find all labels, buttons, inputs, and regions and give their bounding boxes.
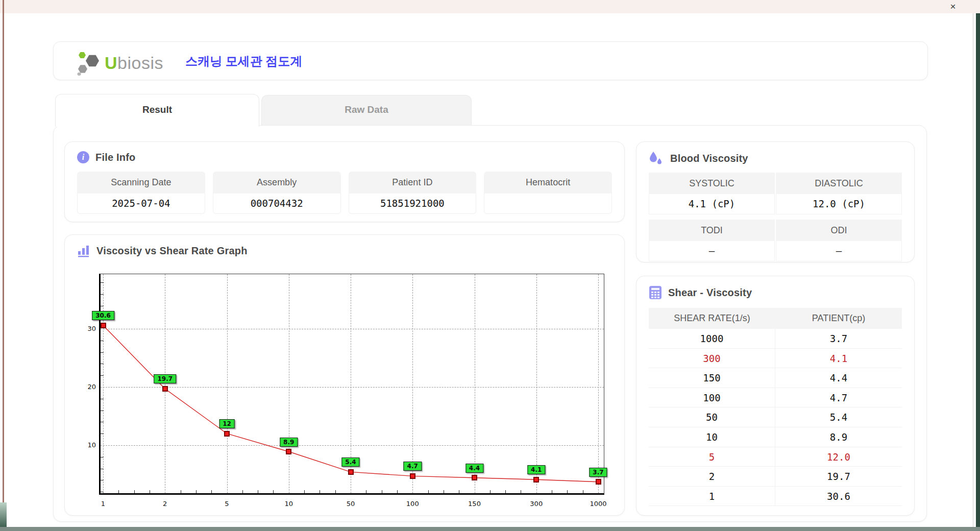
cell-patient-viscosity: 4.7 [775, 388, 902, 408]
x-tick-label: 1 [101, 500, 105, 508]
cell-patient-viscosity: 3.7 [775, 329, 902, 349]
data-point-marker [286, 449, 291, 454]
data-point-label: 4.4 [465, 464, 483, 473]
table-row: 108.9 [649, 427, 902, 447]
table-row: 219.7 [649, 467, 902, 487]
bv-label-todi: TODI [649, 220, 775, 241]
cell-shear-rate: 2 [649, 467, 775, 487]
bv-label-systolic: SYSTOLIC [649, 173, 775, 194]
cell-shear-rate: 150 [649, 368, 775, 388]
table-row: 1004.7 [649, 388, 902, 408]
plot-outer: 1251050100150300100010203030.619.7128.95… [99, 274, 604, 495]
field-value: 51851921000 [349, 194, 477, 214]
y-tick-label: 10 [80, 441, 96, 449]
data-point-marker [596, 479, 601, 485]
shear-table-body: 10003.73004.11504.41004.7505.4108.9512.0… [649, 329, 902, 506]
col-shear-rate: SHEAR RATE(1/s) [649, 308, 775, 329]
table-row: 130.6 [649, 487, 902, 506]
cell-shear-rate: 5 [649, 447, 775, 467]
info-icon: i [77, 151, 89, 163]
x-tick-label: 100 [406, 500, 419, 508]
table-row: 505.4 [649, 407, 902, 427]
field-label: Hematocrit [484, 172, 612, 194]
window-edge-right-border [973, 13, 973, 531]
bv-value-systolic: 4.1 (cP) [649, 194, 775, 214]
app-title: 스캐닝 모세관 점도계 [185, 53, 302, 69]
field-value: 000704432 [213, 194, 341, 214]
field-value: 2025-07-04 [77, 194, 205, 214]
cell-patient-viscosity: 8.9 [775, 427, 902, 447]
col-patient: PATIENT(cp) [775, 308, 902, 329]
table-row: 1504.4 [649, 368, 902, 388]
ubiosis-logo: Ubiosis [76, 50, 163, 76]
window-edge-bottom [0, 527, 980, 531]
cell-shear-rate: 1 [649, 487, 775, 506]
table-row: 512.0 [649, 447, 902, 467]
blood-viscosity-card: Blood Viscosity SYSTOLICDIASTOLIC4.1 (cP… [636, 141, 915, 262]
cell-patient-viscosity: 5.4 [775, 407, 902, 427]
close-icon[interactable]: × [946, 1, 960, 13]
shear-table-header: SHEAR RATE(1/s) PATIENT(cp) [649, 308, 902, 329]
cell-shear-rate: 10 [649, 427, 775, 447]
shear-viscosity-card: Shear - Viscosity SHEAR RATE(1/s) PATIEN… [636, 276, 915, 516]
cell-patient-viscosity: 4.1 [775, 349, 902, 369]
cell-patient-viscosity: 19.7 [775, 467, 902, 487]
data-point-label: 19.7 [154, 374, 176, 383]
logo-rest: biosis [117, 53, 163, 73]
field-label: Patient ID [349, 172, 477, 194]
blood-viscosity-row-1: SYSTOLICDIASTOLIC4.1 (cP)12.0 (cP) [649, 173, 902, 214]
bv-value-todi: – [649, 241, 775, 261]
data-point-label: 5.4 [341, 457, 359, 467]
window-titlebar [0, 0, 980, 13]
droplets-icon [649, 151, 664, 165]
data-point-marker [348, 469, 354, 475]
x-tick-label: 2 [163, 500, 167, 508]
y-tick-label: 30 [80, 325, 96, 332]
data-point-label: 4.7 [404, 462, 422, 471]
y-tick-label: 20 [80, 383, 96, 391]
data-point-label: 4.1 [527, 465, 545, 474]
data-point-label: 12 [219, 419, 235, 428]
table-row: 3004.1 [649, 349, 902, 369]
bv-label-odi: ODI [776, 220, 902, 241]
data-point-marker [162, 386, 168, 392]
data-point-label: 8.9 [280, 438, 298, 447]
data-point-marker [224, 431, 230, 437]
blood-viscosity-row-2: TODIODI–– [649, 220, 902, 261]
cell-shear-rate: 100 [649, 388, 775, 408]
viscosity-graph-card: Viscosity vs Shear Rate Graph 1251050100… [64, 234, 625, 516]
shear-viscosity-table: SHEAR RATE(1/s) PATIENT(cp) 10003.73004.… [649, 308, 902, 506]
blood-viscosity-title: Blood Viscosity [670, 153, 748, 164]
bv-value-diastolic: 12.0 (cP) [776, 194, 902, 214]
tab-result[interactable]: Result [55, 94, 259, 127]
x-tick-label: 300 [530, 500, 543, 508]
app-header: Ubiosis 스캐닝 모세관 점도계 [53, 41, 928, 80]
cell-shear-rate: 300 [649, 349, 775, 369]
file-info-fields: Scanning Date2025-07-04Assembly000704432… [77, 172, 612, 214]
viscosity-shear-plot: 1251050100150300100010203030.619.7128.95… [99, 274, 604, 495]
field-label: Assembly [213, 172, 341, 194]
window-corner-bottom-left [0, 502, 7, 527]
bar-chart-icon [77, 244, 90, 257]
x-tick-label: 150 [468, 500, 481, 508]
table-row: 10003.7 [649, 329, 902, 349]
window-edge-left [3, 0, 4, 531]
data-point-label: 3.7 [589, 468, 607, 477]
cell-shear-rate: 1000 [649, 329, 775, 349]
file-info-title: File Info [95, 152, 135, 163]
cell-patient-viscosity: 4.4 [775, 368, 902, 388]
file-info-field-scanning-date: Scanning Date2025-07-04 [77, 172, 205, 214]
cell-patient-viscosity: 30.6 [775, 487, 902, 506]
file-info-card: i File Info Scanning Date2025-07-04Assem… [64, 141, 625, 222]
x-tick-label: 5 [225, 500, 229, 508]
bv-value-odi: – [776, 241, 902, 261]
data-point-marker [410, 473, 415, 479]
x-tick-label: 50 [347, 500, 355, 508]
logo-text: Ubiosis [105, 53, 163, 73]
x-tick-label: 1000 [590, 500, 606, 508]
data-point-label: 30.6 [92, 311, 114, 320]
graph-title: Viscosity vs Shear Rate Graph [96, 245, 248, 257]
bv-label-diastolic: DIASTOLIC [776, 173, 902, 194]
tab-raw-data[interactable]: Raw Data [261, 95, 472, 125]
data-point-marker [472, 475, 477, 480]
